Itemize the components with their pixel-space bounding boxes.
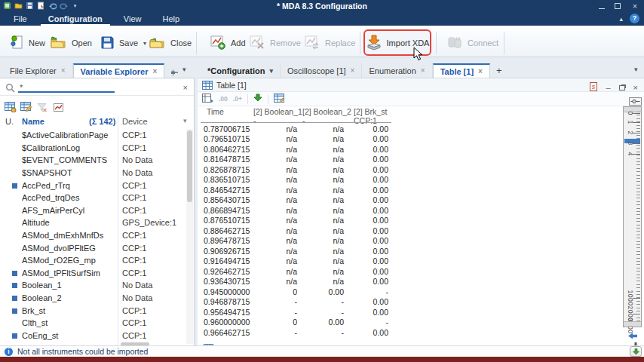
close-tab-icon[interactable]: × — [351, 66, 355, 75]
variable-row[interactable]: ASMod_dmExhMnfDsCCP:1 — [0, 229, 186, 242]
table-cell: 0.00 — [344, 247, 388, 256]
export-values-icon[interactable] — [253, 92, 262, 106]
search-input[interactable]: * × — [0, 80, 194, 96]
table-row[interactable]: 0.836510715n/an/a0.00 — [201, 175, 394, 186]
variable-row[interactable]: $ActiveCalibrationPageCCP:1 — [0, 129, 186, 142]
replace-chart-icon — [304, 35, 320, 51]
variable-row[interactable]: AccPed_rTrqCCP:1 — [0, 179, 186, 192]
tab-dropdown-caret-icon[interactable]: ▾ — [269, 67, 273, 75]
table-row[interactable]: 0.906926715n/an/a0.00 — [201, 246, 394, 256]
instrument-minimize-icon[interactable]: – — [606, 84, 610, 92]
tab-table-1[interactable]: Table [1] × — [433, 63, 490, 78]
variable-row[interactable]: Boolean_1No Data — [0, 279, 186, 292]
table-row[interactable]: 0.956494715--0.00 — [201, 307, 394, 318]
column-header-u[interactable]: U. — [5, 117, 14, 126]
variable-row[interactable]: ASMod_dvolPFltEGCCP:1 — [0, 241, 186, 254]
tab-overflow-caret-icon[interactable]: ▾ — [634, 66, 638, 73]
variable-row[interactable]: Clth_stCCP:1 — [0, 317, 186, 330]
add-button[interactable]: Add — [210, 32, 246, 54]
table-cell: n/a — [253, 247, 297, 256]
table-row[interactable]: 0.806462715n/an/a0.00 — [201, 144, 394, 155]
column-header-device[interactable]: Device — [122, 117, 148, 126]
variable-row[interactable]: Brk_stCCP:1 — [0, 304, 186, 317]
variable-row[interactable]: $CalibrationLogCCP:1 — [0, 142, 186, 155]
table-row[interactable]: 0.896478715n/an/a0.00 — [201, 236, 394, 247]
table-row[interactable]: 0.796510715n/an/a0.00 — [201, 134, 394, 145]
table-row[interactable]: 0.966462715--0.00 — [201, 327, 394, 338]
clear-search-icon[interactable]: × — [183, 83, 188, 92]
col-header-time[interactable]: Time — [201, 107, 253, 116]
collapse-ribbon-icon[interactable]: ▴ — [619, 15, 623, 23]
table-row[interactable]: 0.916494715n/an/a0.00 — [201, 256, 394, 267]
variable-row[interactable]: $SNAPSHOTNo Data — [0, 167, 186, 179]
new-button[interactable]: New — [9, 32, 45, 54]
table-row[interactable]: 0.96000000000.00- — [201, 318, 394, 328]
table-row[interactable]: 0.816478715n/an/a0.00 — [201, 155, 394, 165]
instrument-restore-icon[interactable] — [619, 85, 625, 90]
variable-row[interactable]: ASMod_tPFltSurfSimCCP:1 — [0, 267, 186, 280]
add-layer-button[interactable]: + — [490, 63, 508, 78]
table-row[interactable]: 0.926462715n/an/a0.00 — [201, 266, 394, 277]
table-row[interactable]: 0.94500000000.00- — [201, 287, 394, 297]
minimize-button[interactable] — [599, 4, 605, 9]
menu-help[interactable]: Help — [155, 13, 188, 26]
open-button[interactable]: Open — [50, 32, 92, 54]
table-config-icon[interactable] — [202, 92, 213, 106]
device-filter-caret-icon[interactable]: ▾ — [183, 117, 187, 124]
variable-row[interactable]: $EVENT_COMMENTSNo Data — [0, 154, 186, 167]
tab-oscilloscope[interactable]: Oscilloscope [1] × — [281, 63, 363, 78]
export-corner-button[interactable] — [630, 346, 642, 357]
table-row[interactable]: 0.866894715n/an/a0.00 — [201, 205, 394, 216]
table-row[interactable]: 0.787006715n/an/a0.00 — [201, 124, 394, 134]
variable-list-scrollbar[interactable] — [186, 129, 193, 344]
time-slider-rail[interactable]: 01234100020003000 — [623, 106, 642, 327]
variable-row[interactable]: ASMod_rO2EG_mpCCP:1 — [0, 254, 186, 267]
variable-device: CCP:1 — [118, 130, 146, 140]
col-header-boolean1[interactable]: [2] Boolean_1 — [253, 107, 302, 116]
edit-columns-icon[interactable] — [274, 92, 284, 106]
save-button[interactable]: Save ▾ — [100, 32, 146, 54]
maximize-button[interactable] — [615, 3, 621, 9]
help-icon[interactable]: ? — [630, 14, 639, 23]
variable-row[interactable]: AFS_mAirPerCylCCP:1 — [0, 204, 186, 217]
table-cell: 0.00 — [344, 216, 388, 225]
table-view-icon[interactable] — [5, 102, 17, 112]
close-config-button[interactable]: Close — [149, 32, 192, 54]
toolbar-separator — [196, 32, 197, 54]
table-row[interactable]: 0.936430715n/an/a0.00 — [201, 277, 394, 287]
save-dropdown-caret-icon[interactable]: ▾ — [143, 40, 146, 47]
variable-device: CCP:1 — [118, 244, 146, 253]
col-header-brk-st[interactable]: [2] Brk_st — [354, 107, 394, 116]
column-header-name[interactable]: Name — [22, 117, 44, 126]
menu-view[interactable]: View — [116, 13, 149, 26]
table-row[interactable]: 0.876510715n/an/a0.00 — [201, 216, 394, 226]
variable-row[interactable]: Boolean_2No Data — [0, 292, 186, 305]
table-row[interactable]: 0.886462715n/an/a0.00 — [201, 225, 394, 236]
close-tab-icon[interactable]: × — [152, 67, 157, 75]
variable-row[interactable]: AltitudeGPS_Device:1 — [0, 216, 186, 229]
chart-preview-icon[interactable] — [54, 103, 63, 112]
table-row[interactable]: 0.856430715n/an/a0.00 — [201, 195, 394, 206]
table-row[interactable]: 0.826878715n/an/a0.00 — [201, 164, 394, 175]
menu-configuration[interactable]: Configuration — [41, 13, 110, 26]
instrument-titlebar[interactable]: Table [1] s – × — [198, 79, 644, 92]
edit-table-icon[interactable] — [20, 102, 32, 112]
instrument-close-icon[interactable]: × — [633, 84, 638, 92]
table-row[interactable]: 0.846542715n/an/a0.00 — [201, 185, 394, 195]
menu-file[interactable]: File — [6, 13, 35, 26]
tab-enumeration[interactable]: Enumeration × — [362, 63, 432, 78]
panel-menu-caret-icon[interactable]: ▾ — [182, 66, 186, 73]
scrollbar-thumb[interactable] — [187, 130, 192, 202]
close-tab-icon[interactable]: × — [61, 66, 66, 75]
table-row[interactable]: 0.946878715--0.00 — [201, 297, 394, 308]
tab-file-explorer[interactable]: File Explorer × — [3, 63, 73, 78]
close-tab-icon[interactable]: × — [478, 67, 483, 75]
variable-row[interactable]: AccPed_trqDesCCP:1 — [0, 192, 186, 204]
col-header-boolean2[interactable]: [2] Boolean_2 — [302, 107, 354, 116]
close-button[interactable]: × — [630, 2, 639, 11]
slider-bottom-cap[interactable] — [624, 321, 641, 327]
variable-row[interactable]: CoEng_stCCP:1 — [0, 330, 186, 342]
tab-variable-explorer[interactable]: Variable Explorer × — [73, 63, 165, 78]
tab-configuration[interactable]: *Configuration ▾ — [201, 63, 281, 78]
close-tab-icon[interactable]: × — [421, 66, 425, 75]
